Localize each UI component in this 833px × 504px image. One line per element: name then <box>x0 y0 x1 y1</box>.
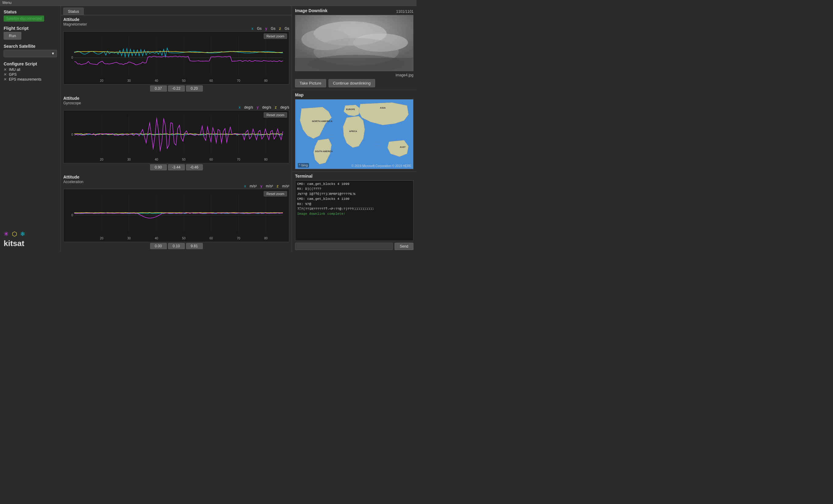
terminal-output: CMD: cam_get_blocks 4 1099 RX: D)((???? … <box>295 180 413 241</box>
image-filename: image4.jpg <box>295 73 413 77</box>
send-button[interactable]: Send <box>395 243 413 250</box>
terminal-line-complete: Image downlink complete! <box>297 212 411 216</box>
remove-eps-icon[interactable]: ✕ <box>4 77 7 81</box>
svg-text:AFRICA: AFRICA <box>349 130 357 132</box>
sidebar: Status Satellite disconnected Flight Scr… <box>0 6 61 252</box>
magnetometer-chart-title: Attitude <box>63 17 79 22</box>
terminal-line-3: J%??@ I@?̃?Ō)??)□RPRPI@????%□% <box>297 192 411 197</box>
acceleration-chart-block: Attitude Acceleration x m/s² y m/s² z m/… <box>63 175 289 249</box>
legend-y-unit: Gs <box>271 26 275 31</box>
svg-text:Indian: Indian <box>375 142 381 144</box>
accel-legend-y: y <box>260 184 262 188</box>
charts-area: Attitude Magnetometer x Gs y Gs z Gs Res… <box>61 15 292 252</box>
configure-item-eps: ✕ EPS measurements <box>4 77 57 81</box>
gyro-legend-z-unit: deg/s <box>280 105 289 109</box>
magnetometer-z-value: 0.20 <box>186 85 203 92</box>
acceleration-reset-zoom[interactable]: Reset zoom <box>264 191 287 197</box>
acceleration-chart-title: Attitude <box>63 175 79 179</box>
world-map-svg: NORTH AMERICA SOUTH AMERICA EUROPE ASIA … <box>295 99 413 169</box>
svg-text:Ocean: Ocean <box>327 137 333 139</box>
legend-z: z <box>279 26 281 31</box>
acceleration-z-value: 9.81 <box>186 243 203 249</box>
status-badge: Satellite disconnected <box>4 16 44 22</box>
kitsat-logo: ✳ ⬡ ❄ kitsat <box>4 224 57 248</box>
magnetometer-values: 0.37 -0.22 0.20 <box>63 85 289 92</box>
continue-downlinking-button[interactable]: Continue downlinking <box>329 79 375 87</box>
remove-imu-icon[interactable]: ✕ <box>4 68 7 72</box>
run-button[interactable]: Run <box>4 32 21 40</box>
snowflake-icon: ❄ <box>20 230 25 237</box>
magnetometer-x-value: 0.37 <box>150 85 167 92</box>
gyroscope-values: 0.90 -3.44 -0.46 <box>63 164 289 170</box>
status-title: Status <box>4 9 57 14</box>
gyroscope-reset-zoom[interactable]: Reset zoom <box>264 112 287 118</box>
magnetometer-legend: x Gs y Gs z Gs <box>252 26 289 31</box>
map-section: Map NORTH <box>292 90 416 172</box>
gyroscope-y-value: -3.44 <box>168 164 185 170</box>
svg-text:ASIA: ASIA <box>380 106 386 109</box>
map-container[interactable]: NORTH AMERICA SOUTH AMERICA EUROPE ASIA … <box>295 99 413 169</box>
gyro-legend-x-unit: deg/s <box>244 105 253 109</box>
terminal-line-5: RX: %?@ <box>297 202 411 206</box>
configure-item-imu-label: IMU all <box>9 68 20 72</box>
legend-x: x <box>252 26 253 31</box>
configure-item-gps: ✕ GPS <box>4 72 57 77</box>
gyroscope-legend: x deg/s y deg/s z deg/s <box>239 105 289 109</box>
terminal-input[interactable] <box>295 243 393 250</box>
acceleration-x-value: 0.00 <box>150 243 167 249</box>
svg-text:AUST: AUST <box>400 146 406 148</box>
acceleration-y-value: 0.10 <box>168 243 185 249</box>
dropdown-arrow-icon: ▼ <box>51 51 55 56</box>
image-downlink-section: Image Downlink 1101/1101 <box>292 6 416 90</box>
map-title: Map <box>295 93 413 97</box>
map-copyright: © 2019 Microsoft Corporation © 2019 HERE <box>352 164 412 168</box>
menu-label[interactable]: Menu <box>2 1 11 5</box>
search-satellite-dropdown[interactable]: ▼ <box>4 50 57 57</box>
configure-item-eps-label: EPS measurements <box>9 77 41 81</box>
gyro-legend-z: z <box>275 105 277 109</box>
image-downlink-title: Image Downlink <box>295 8 328 13</box>
configure-item-imu: ✕ IMU all <box>4 68 57 72</box>
magnetometer-chart-container: Reset zoom <box>63 31 289 84</box>
acceleration-chart-subtitle: Acceleration <box>63 180 84 184</box>
center-panel: Status Attitude Magnetometer x Gs y Gs z <box>61 6 292 252</box>
legend-z-unit: Gs <box>285 26 289 31</box>
terminal-line-2: RX: D)((???? <box>297 187 411 191</box>
accel-legend-z: z <box>277 184 279 188</box>
gyroscope-chart-subtitle: Gyroscope <box>63 101 81 105</box>
gyroscope-x-value: 0.90 <box>150 164 167 170</box>
acceleration-chart-header: Attitude Acceleration x m/s² y m/s² z m/… <box>63 175 289 188</box>
accel-legend-x-unit: m/s² <box>249 184 257 188</box>
gyro-legend-y: y <box>257 105 259 109</box>
terminal-line-6: ?̃□?(??IR??????̃?-<P!??@:?)???□□□□□□□□□□ <box>297 207 411 211</box>
bing-logo: ᵇ bing <box>298 163 309 168</box>
take-picture-button[interactable]: Take Picture <box>295 79 326 87</box>
menu-bar: Menu <box>0 0 416 6</box>
terminal-input-row: Send <box>295 243 413 250</box>
flight-script-title: Flight Script <box>4 26 57 31</box>
configure-script-title: Configure Script <box>4 61 57 66</box>
terminal-line-4: CMD: cam_get_blocks 4 1100 <box>297 197 411 201</box>
star-icon: ✳ <box>4 230 9 237</box>
svg-text:EUROPE: EUROPE <box>346 108 355 110</box>
magnetometer-reset-zoom[interactable]: Reset zoom <box>264 33 287 39</box>
status-tab[interactable]: Status <box>63 8 84 15</box>
image-preview <box>295 15 413 71</box>
legend-y: y <box>265 26 267 31</box>
svg-text:Atlantic: Atlantic <box>327 134 334 136</box>
configure-item-gps-label: GPS <box>9 72 17 77</box>
gyroscope-z-value: -0.46 <box>186 164 203 170</box>
kitsat-text: kitsat <box>4 239 57 248</box>
acceleration-values: 0.00 0.10 9.81 <box>63 243 289 249</box>
svg-text:Ocean: Ocean <box>375 145 381 147</box>
terminal-section: Terminal CMD: cam_get_blocks 4 1099 RX: … <box>292 172 416 252</box>
remove-gps-icon[interactable]: ✕ <box>4 72 7 77</box>
magnetometer-chart-block: Attitude Magnetometer x Gs y Gs z Gs Res… <box>63 17 289 92</box>
acceleration-canvas <box>64 189 289 242</box>
image-buttons: Take Picture Continue downlinking <box>295 79 413 87</box>
magnetometer-y-value: -0.22 <box>168 85 185 92</box>
accel-legend-x: x <box>244 184 246 188</box>
svg-text:SOUTH AMERICA: SOUTH AMERICA <box>315 150 333 152</box>
image-counter: 1101/1101 <box>396 9 413 14</box>
gyroscope-chart-block: Attitude Gyroscope x deg/s y deg/s z deg… <box>63 96 289 170</box>
